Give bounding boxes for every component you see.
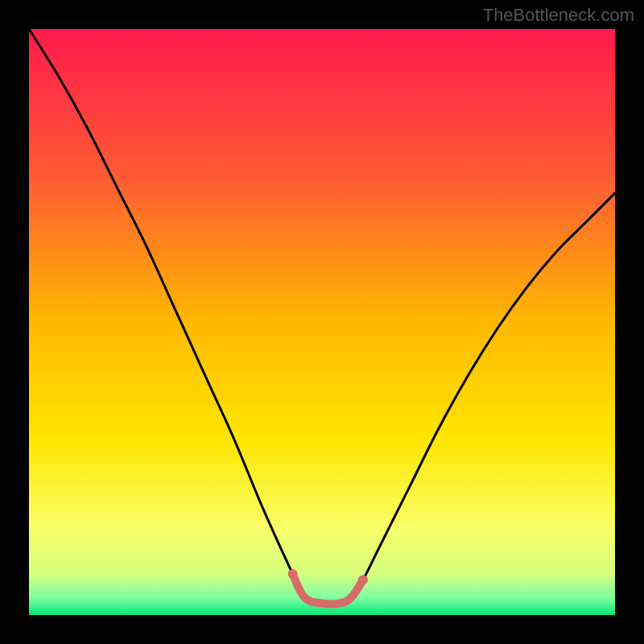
chart-svg bbox=[29, 29, 615, 615]
chart-background bbox=[29, 29, 615, 615]
watermark-text: TheBottleneck.com bbox=[483, 5, 634, 26]
highlight-dot bbox=[288, 569, 298, 579]
chart-container: TheBottleneck.com bbox=[0, 0, 644, 644]
highlight-dot bbox=[358, 575, 368, 584]
plot-area bbox=[29, 29, 615, 615]
